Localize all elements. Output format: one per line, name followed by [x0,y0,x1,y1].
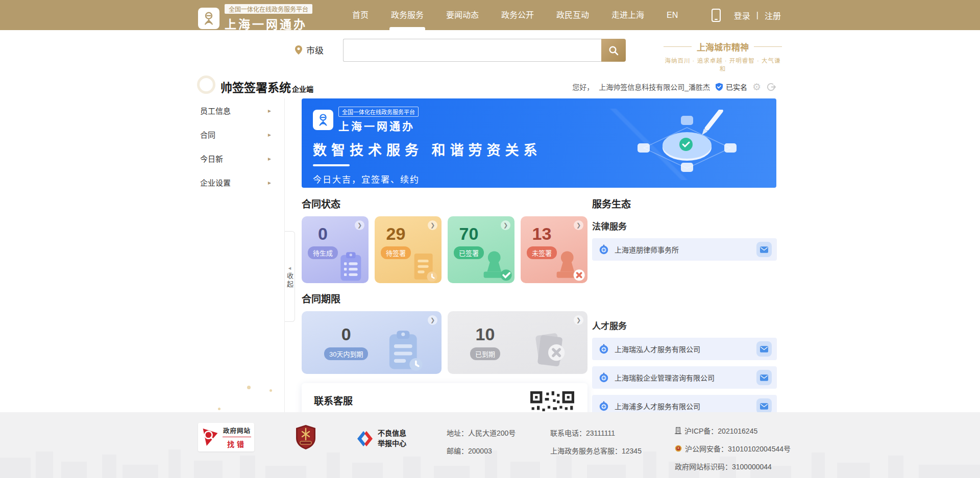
legal-service-item[interactable]: 上海道朋律师事务所 [592,238,777,261]
site-name: 上海一网通办 [225,15,312,32]
nav-enter-shanghai[interactable]: 走进上海 [611,0,644,30]
collapse-label: 收起 [285,272,295,289]
building-icon [675,427,681,434]
chevron-right-icon[interactable]: ❯ [355,220,364,230]
sidebar: 员工信息 ▸ 合同 ▸ 今日新 ▸ 企业设置 ▸ [198,98,285,412]
mobile-app-icon[interactable] [712,9,721,22]
footer-security[interactable]: 沪公网安备：31010102004544号 [685,443,791,454]
service-name: 上海道朋律师事务所 [615,244,756,255]
mail-button[interactable] [756,341,772,357]
region-label: 市级 [306,43,324,56]
service-eco-column: 服务生态 法律服务 上海道朋律师事务所 人才服务 [592,196,777,417]
gov-site-error-report-logo[interactable]: 政府网站 找错 [198,423,254,451]
report-center-icon [356,430,374,447]
divider [223,437,251,437]
sidebar-item-today-new[interactable]: 今日新 ▸ [198,146,284,170]
card-value: 70 [454,224,484,243]
search-icon [608,45,619,56]
footer-address: 地址：人民大道200号 [447,427,516,438]
card-value: 0 [324,325,368,344]
talent-service-item[interactable]: 上海瑞泓人才服务有限公司 [592,338,777,360]
find-error-magnifier-icon [201,427,219,447]
site-logo-icon [198,8,219,29]
footer-postcode: 邮编：200003 [447,445,516,456]
banner-subline: 今日大吉，宜签署、续约 [313,172,542,185]
hero-banner: 全国一体化在线政务服务平台 上海一网通办 数智技术服务 和谐劳资关系 今日大吉，… [302,98,776,188]
sidebar-item-employee-info[interactable]: 员工信息 ▸ [198,98,284,122]
banner-underline [313,164,350,166]
card-pending-generate[interactable]: ❯ 0 待生成 [302,216,369,283]
nav-lang-en[interactable]: EN [667,0,678,30]
nav-gov-services[interactable]: 政务服务 [391,0,424,30]
nav-news[interactable]: 要闻动态 [446,0,479,30]
company-name: 上海帅签信息科技有限公司_潘胜杰 [599,82,710,92]
envelope-icon [760,403,768,410]
main-nav: 首页 政务服务 要闻动态 政务公开 政民互动 走进上海 EN [352,0,678,30]
person-e-logo-icon [201,11,216,26]
logout-icon[interactable] [766,82,776,92]
chevron-right-icon[interactable]: ❯ [574,315,583,325]
page-title-suffix: 企业端 [292,85,313,93]
stamp-illustration [628,110,746,179]
card-expiring-30-days[interactable]: ❯ 0 30天内到期 [302,311,442,374]
spacer [592,261,777,310]
chevron-right-icon[interactable]: ❯ [428,315,437,325]
clipboard-clock-icon [380,327,424,371]
sidebar-item-label: 企业设置 [200,177,231,188]
shield-check-icon [715,83,723,91]
nav-gov-open[interactable]: 政务公开 [501,0,534,30]
card-signed[interactable]: ❯ 70 已签署 [448,216,514,283]
card-pending-sign[interactable]: ❯ 29 待签署 [375,216,442,283]
footer-icp[interactable]: 沪ICP备：2021016245 [684,425,757,436]
envelope-icon [760,246,768,253]
greeting-text: 您好， [572,82,594,92]
card-value: 10 [470,325,500,344]
settings-gear-icon[interactable]: ⚙ [752,82,761,92]
banner-platform-label: 全国一体化在线政务服务平台 [338,107,419,117]
stamp-x-icon [552,248,585,282]
card-unsigned[interactable]: ❯ 13 未签署 [521,216,587,283]
contract-term-title: 合同期限 [302,291,587,305]
banner-logo-icon [313,110,333,130]
chevron-right-icon[interactable]: ❯ [501,220,510,230]
bad-info-report-center[interactable]: 不良信息 举报中心 [356,429,406,448]
nav-interaction[interactable]: 政民互动 [556,0,589,30]
chevron-right-icon[interactable]: ❯ [574,220,583,230]
mail-button[interactable] [756,398,772,414]
region-selector[interactable]: 市级 [295,43,324,56]
legal-service-title: 法律服务 [592,219,777,232]
chevron-right-icon[interactable]: ❯ [428,220,437,230]
security-badge-icon [675,445,682,452]
mail-button[interactable] [756,370,772,385]
city-spirit-title: 上海城市精神 [664,40,782,53]
sidebar-item-contract[interactable]: 合同 ▸ [198,122,284,146]
page-footer: 政府网站 找错 不良信息 举报中心 地址：人民大道200号 邮编：200003 [0,412,980,478]
service-name: 上海瑞毅企业管理咨询有限公司 [615,372,756,383]
contract-status-title: 合同状态 [302,196,587,210]
mail-button[interactable] [756,242,772,257]
register-link[interactable]: 注册 [765,9,781,21]
nav-home[interactable]: 首页 [352,0,369,30]
report-line2: 举报中心 [378,439,406,449]
service-eco-title: 服务生态 [592,196,777,210]
sidebar-item-label: 今日新 [200,153,223,164]
card-expired[interactable]: ❯ 10 已到期 [448,311,587,374]
verified-badge: 已实名 [715,82,747,92]
search-button[interactable] [601,39,626,62]
sidebar-collapse-button[interactable]: ◂ 收起 [285,231,295,322]
sidebar-item-company-settings[interactable]: 企业设置 ▸ [198,170,284,194]
service-name: 上海浦多人才服务有限公司 [615,401,756,411]
talent-service-title: 人才服务 [592,319,777,332]
find-error-line2: 找错 [227,439,247,449]
top-header: 全国一体化在线政务服务平台 上海一网通办 首页 政务服务 要闻动态 政务公开 政… [0,0,980,30]
login-link[interactable]: 登录 [734,9,750,21]
site-logo[interactable]: 全国一体化在线政务服务平台 上海一网通办 [198,4,312,32]
search-input[interactable] [343,39,601,62]
caret-right-icon: ▸ [268,107,271,114]
talent-service-item[interactable]: 上海瑞毅企业管理咨询有限公司 [592,366,777,389]
gov-emblem-badge[interactable] [295,424,316,450]
footer-site-code: 政府网站标识码：3100000044 [675,461,772,471]
caret-right-icon: ▸ [268,155,271,162]
location-pin-icon [295,45,302,55]
contract-status-cards: ❯ 0 待生成 ❯ 29 待签署 [302,216,587,283]
